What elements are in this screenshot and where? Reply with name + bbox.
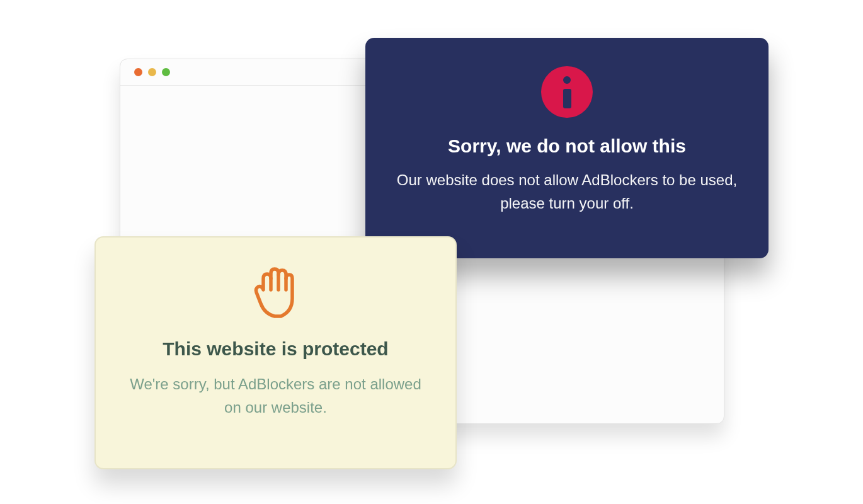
adblock-notice-dark: Sorry, we do not allow this Our website … bbox=[365, 38, 769, 258]
traffic-light-close[interactable] bbox=[134, 68, 142, 76]
info-icon bbox=[541, 66, 593, 118]
hand-stop-icon bbox=[251, 260, 301, 323]
light-card-title: This website is protected bbox=[163, 338, 388, 360]
traffic-light-maximize[interactable] bbox=[162, 68, 170, 76]
traffic-light-minimize[interactable] bbox=[148, 68, 156, 76]
dark-card-title: Sorry, we do not allow this bbox=[448, 135, 686, 157]
dark-card-body: Our website does not allow AdBlockers to… bbox=[365, 168, 769, 215]
adblock-notice-light: This website is protected We're sorry, b… bbox=[94, 236, 457, 469]
light-card-body: We're sorry, but AdBlockers are not allo… bbox=[96, 372, 455, 419]
